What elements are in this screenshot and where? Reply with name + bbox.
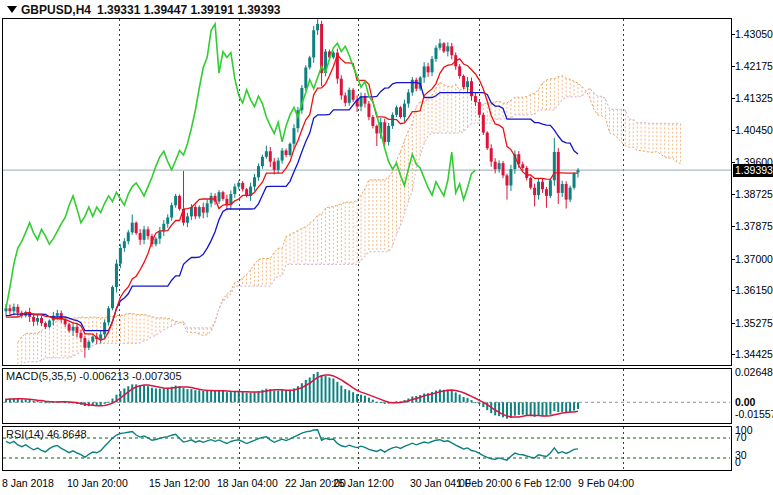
date-label: 9 Feb 04:00 (578, 477, 634, 489)
rsi-line (6, 430, 578, 460)
ichimoku-lines (6, 24, 578, 340)
price-tick-label: 1.42175 (735, 60, 773, 72)
date-label: 8 Jan 2018 (2, 477, 54, 489)
date-label: 25 Jan 12:00 (333, 477, 394, 489)
price-tick-label: 1.41325 (735, 92, 773, 104)
tenkan-sen-line (6, 55, 578, 340)
axis-labels: 1.430501.421751.413251.404501.396001.387… (2, 28, 773, 490)
chikou-span-line (6, 24, 475, 308)
ohlc-values: 1.39331 1.39447 1.39191 1.39393 (97, 3, 281, 17)
macd-tick-label: 0.00 (735, 396, 756, 408)
date-label: 6 Feb 12:00 (515, 477, 571, 489)
price-tick-label: 1.36150 (735, 284, 773, 296)
price-tick-label: 1.43050 (735, 28, 773, 40)
rsi-indicator-label: RSI(14) 46.8648 (6, 428, 87, 440)
price-tick-label: 1.40450 (735, 124, 773, 136)
ichimoku-cloud (18, 76, 681, 369)
date-label: 10 Jan 20:00 (67, 477, 128, 489)
rsi-tick-label: 0 (735, 456, 741, 468)
rsi-tick-label: 70 (735, 431, 747, 443)
senkou-span-b-line (18, 88, 681, 368)
price-tick-label: 1.37875 (735, 220, 773, 232)
date-label: 1 Feb 20:00 (456, 477, 512, 489)
rsi-plot (6, 430, 578, 460)
macd-tick-label: -0.01557 (735, 408, 773, 420)
symbol-dropdown-icon[interactable] (7, 6, 17, 13)
date-label: 18 Jan 04:00 (217, 477, 278, 489)
price-tick-label: 1.38725 (735, 188, 773, 200)
price-tick-label: 1.34425 (735, 348, 773, 360)
chart-canvas[interactable]: 1.430501.421751.413251.404501.396001.387… (0, 0, 773, 495)
chart-title: GBPUSD,H41.39331 1.39447 1.39191 1.39393 (21, 3, 281, 17)
price-tick-label: 1.37000 (735, 253, 773, 265)
symbol-timeframe-label: GBPUSD,H4 (21, 3, 91, 17)
senkou-span-a-line (18, 76, 681, 342)
price-tick-label: 1.35275 (735, 317, 773, 329)
macd-indicator-label: MACD(5,35,5) -0.006213 -0.007305 (6, 370, 182, 382)
indicator-level-lines (3, 402, 730, 458)
current-price-tag: 1.39393 (733, 164, 773, 177)
candlesticks (5, 19, 580, 358)
macd-tick-label: 0.026481 (735, 366, 773, 378)
date-label: 15 Jan 12:00 (149, 477, 210, 489)
chart-window: 1.430501.421751.413251.404501.396001.387… (0, 0, 773, 495)
kijun-sen-line (6, 83, 578, 331)
